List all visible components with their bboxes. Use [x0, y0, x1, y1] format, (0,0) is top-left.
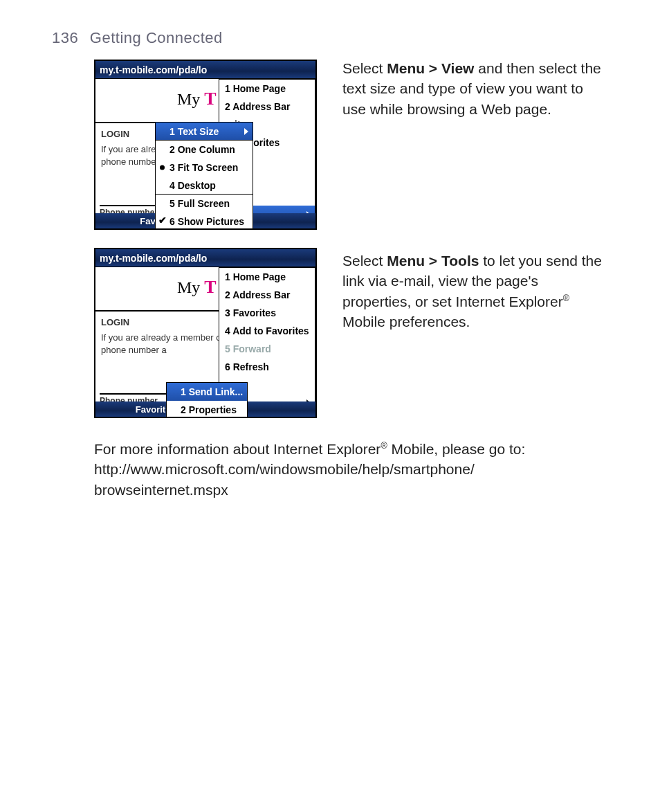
- menu-item-label: 6 Refresh: [225, 361, 269, 372]
- menu-item-label: 5 Full Screen: [169, 198, 230, 209]
- menu-item-label: 6 Show Pictures: [169, 216, 244, 227]
- bullet-icon: [160, 165, 165, 170]
- menu-item-label: 2 Address Bar: [225, 289, 290, 300]
- section-title: Getting Connected: [90, 29, 223, 46]
- menu-item-label: 2 One Column: [169, 144, 235, 155]
- view-submenu: 1 Text Size2 One Column3 Fit To Screen4 …: [155, 122, 253, 230]
- menu-item[interactable]: 1 Home Page: [219, 80, 315, 98]
- menu-item[interactable]: ✔6 Show Pictures: [156, 213, 253, 230]
- menu-item[interactable]: 5 Full Screen: [156, 195, 253, 213]
- menu-item[interactable]: 3 Favorites: [219, 304, 315, 322]
- menu-item-label: 1 Home Page: [225, 83, 286, 94]
- menu-item[interactable]: 2 Properties: [167, 401, 247, 418]
- menu-item-label: 3 Fit To Screen: [169, 162, 238, 173]
- tools-submenu: 1 Send Link...2 Properties3 Options: [166, 382, 248, 418]
- titlebar: my.t-mobile.com/pda/lo: [95, 249, 315, 267]
- menu-item-label: 5 Forward: [225, 343, 271, 354]
- menu-item-label: 1 Home Page: [225, 271, 286, 282]
- page-header: 136 Getting Connected: [52, 29, 223, 47]
- submenu-arrow-icon: [306, 229, 311, 230]
- screenshot-view-menu: my.t-mobile.com/pda/lo My T · · LOGIN If…: [94, 60, 317, 230]
- description-tools: Select Menu > Tools to let you send the …: [342, 251, 605, 332]
- submenu-arrow-icon: [244, 128, 248, 135]
- menu-item[interactable]: 1 Text Size: [156, 123, 253, 141]
- menu-item[interactable]: 2 One Column: [156, 141, 253, 159]
- menu-item-label: 2 Address Bar: [225, 101, 290, 112]
- menu-item-label: 1 Text Size: [169, 126, 219, 137]
- menu-item-label: 2 Properties: [181, 404, 237, 415]
- submenu-arrow-icon: [306, 417, 311, 418]
- menu-item[interactable]: 2 Address Bar: [219, 286, 315, 304]
- titlebar: my.t-mobile.com/pda/lo: [95, 61, 315, 79]
- menu-item[interactable]: 1 Send Link...: [167, 383, 247, 401]
- menu-item[interactable]: 1 Home Page: [219, 268, 315, 286]
- screenshot-tools-menu: my.t-mobile.com/pda/lo My T · · LOGIN If…: [94, 248, 317, 418]
- menu-item-label: 4 Add to Favorites: [225, 325, 309, 336]
- menu-item[interactable]: 4 Add to Favorites: [219, 322, 315, 340]
- menu-item-label: 4 Desktop: [169, 180, 216, 191]
- menu-item[interactable]: 2 Address Bar: [219, 98, 315, 116]
- description-view: Select Menu > View and then select the t…: [342, 58, 605, 119]
- menu-item-label: 1 Send Link...: [181, 386, 243, 397]
- menu-item[interactable]: 5 Forward: [219, 340, 315, 358]
- footer-info: For more information about Internet Expl…: [94, 439, 606, 500]
- menu-item-label: 3 Favorites: [225, 307, 276, 318]
- menu-item[interactable]: 4 Desktop: [156, 177, 253, 195]
- check-icon: ✔: [158, 214, 167, 226]
- menu-item[interactable]: 3 Fit To Screen: [156, 159, 253, 177]
- menu-item[interactable]: 6 Refresh: [219, 358, 315, 376]
- page-number: 136: [52, 29, 78, 46]
